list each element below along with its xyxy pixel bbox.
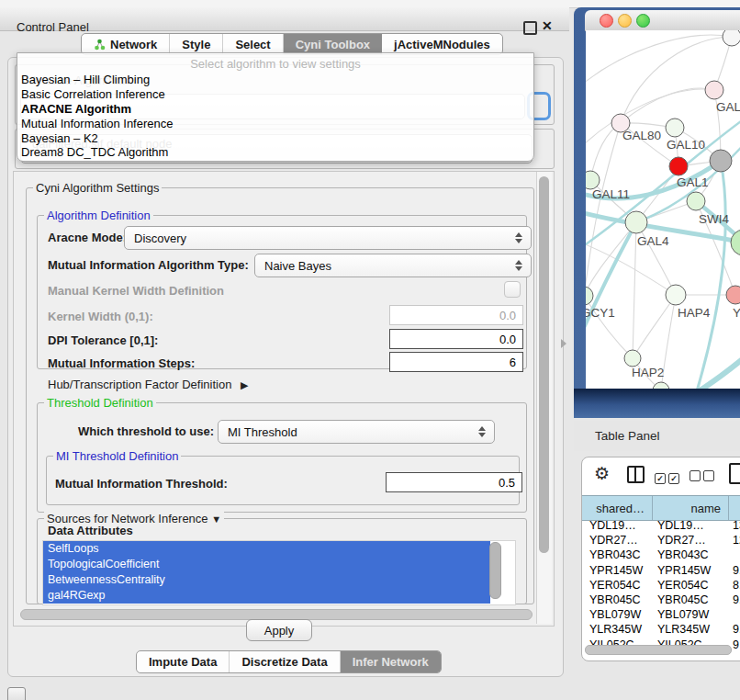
- minimize-traffic-light-icon[interactable]: [618, 14, 632, 28]
- bottom-tab-impute-data[interactable]: Impute Data: [137, 651, 230, 672]
- network-node-gal1[interactable]: [669, 157, 688, 175]
- table-row[interactable]: YER054CYER054C8.: [582, 579, 740, 593]
- node-table: ⚙ ✓✓ shared…name YDL19…YDL19…13YDR27…YDR…: [581, 457, 740, 661]
- network-node-hap4[interactable]: [666, 285, 686, 305]
- deselect-all-icon[interactable]: [690, 469, 717, 485]
- splitter-handle-icon[interactable]: [561, 339, 566, 348]
- algorithm-option[interactable]: ARACNE Algorithm: [20, 102, 526, 117]
- network-node-topright[interactable]: [723, 30, 740, 46]
- algorithm-option[interactable]: Basic Correlation Inference: [20, 87, 526, 102]
- tab-style[interactable]: Style: [170, 34, 223, 54]
- network-icon: [94, 39, 106, 51]
- select-all-icon[interactable]: ✓✓: [655, 469, 682, 485]
- table-row[interactable]: YPR145WYPR145W9.: [582, 564, 740, 579]
- tab-label: Discretize Data: [241, 655, 327, 669]
- mi-threshold-label: Mutual Information Threshold:: [55, 477, 228, 491]
- table-cell: 9.: [733, 623, 740, 636]
- data-attribute-item[interactable]: BetweennessCentrality: [43, 572, 490, 588]
- tab-label: Style: [182, 38, 210, 51]
- dpi-tolerance-field[interactable]: 0.0: [389, 329, 523, 349]
- tab-network[interactable]: Network: [82, 34, 170, 54]
- algorithm-option[interactable]: Bayesian – Hill Climbing: [20, 73, 526, 87]
- network-node-bottom[interactable]: [653, 382, 669, 389]
- tab-jactivemnodules[interactable]: jActiveMNodules: [382, 34, 502, 54]
- column-header-shared[interactable]: shared…: [582, 496, 653, 520]
- zoom-traffic-light-icon[interactable]: [636, 14, 650, 28]
- columns-icon[interactable]: [627, 466, 645, 483]
- algorithm-popup-list: Bayesian – Hill ClimbingBasic Correlatio…: [17, 73, 533, 160]
- settings-scrollbar-thumb[interactable]: [539, 176, 549, 553]
- stepper-icon: [478, 426, 486, 437]
- table-row[interactable]: YLR345WYLR345W9.: [582, 623, 740, 638]
- column-header-clipped[interactable]: [729, 496, 740, 520]
- table-row[interactable]: YBR045CYBR045C9.: [582, 593, 740, 608]
- bottom-tabbar: Impute DataDiscretize DataInfer Network: [136, 650, 442, 673]
- network-node-gal10[interactable]: [666, 119, 684, 137]
- table-row[interactable]: YBL079WYBL079W: [582, 608, 740, 623]
- algorithm-option[interactable]: Bayesian – K2: [20, 131, 526, 146]
- close-traffic-light-icon[interactable]: [600, 14, 613, 28]
- aracne-mode-combo[interactable]: Discovery: [124, 226, 532, 250]
- network-node-swi4[interactable]: [687, 192, 705, 210]
- manual-kernel-width-checkbox[interactable]: [504, 281, 521, 298]
- network-node-salmon[interactable]: [726, 286, 740, 304]
- table-row[interactable]: YDL19…YDL19…13: [582, 519, 740, 534]
- table-row[interactable]: YDR27…YDR27…12: [582, 534, 740, 548]
- table-hscrollbar-thumb[interactable]: [585, 645, 732, 655]
- network-node-gal11[interactable]: [586, 171, 600, 189]
- threshold-definition-title: Threshold Definition: [44, 396, 156, 410]
- aracne-mode-value: Discovery: [134, 231, 186, 245]
- close-icon[interactable]: ✕: [542, 18, 553, 33]
- bottom-tab-infer-network[interactable]: Infer Network: [341, 651, 441, 672]
- bottom-tab-discretize-data[interactable]: Discretize Data: [230, 651, 340, 672]
- tab-select[interactable]: Select: [223, 34, 283, 54]
- hub-definition-disclosure[interactable]: Hub/Transcription Factor Definition ▶: [48, 378, 248, 391]
- data-attribute-item[interactable]: TopologicalCoefficient: [43, 557, 490, 572]
- column-header-name[interactable]: name: [653, 496, 729, 520]
- network-window-titlebar: [585, 10, 740, 31]
- mi-steps-label: Mutual Information Steps:: [48, 356, 195, 370]
- tab-label: Cyni Toolbox: [296, 38, 370, 51]
- gear-icon[interactable]: ⚙: [594, 463, 610, 484]
- dpi-tolerance-label: DPI Tolerance [0,1]:: [48, 333, 158, 347]
- network-canvas[interactable]: GALGAL80GAL10GAL1SWI4GAL11GAL4GCY1HAP4YH…: [586, 30, 740, 389]
- apply-button[interactable]: Apply: [246, 619, 312, 641]
- kernel-width-field[interactable]: 0.0: [389, 305, 523, 325]
- network-node-hap2[interactable]: [624, 350, 641, 367]
- minimized-panel-icon[interactable]: [7, 687, 26, 700]
- table-cell: 9: [733, 638, 739, 651]
- mi-algorithm-type-label: Mutual Information Algorithm Type:: [48, 258, 249, 272]
- algorithm-option[interactable]: Dream8 DC_TDC Algorithm: [20, 145, 526, 160]
- data-attribute-item[interactable]: SelfLoops: [43, 541, 490, 557]
- mi-algorithm-type-combo[interactable]: Naive Bayes: [254, 254, 532, 277]
- table-cell: YLR345W: [589, 623, 642, 636]
- network-node-gray[interactable]: [710, 150, 732, 172]
- file-icon[interactable]: [729, 463, 740, 484]
- table-header-row: shared…name: [582, 495, 740, 521]
- network-node-label: HAP4: [678, 306, 711, 320]
- mi-threshold-field[interactable]: 0.5: [386, 472, 522, 492]
- network-node-label: GAL4: [637, 234, 669, 248]
- table-cell: 12: [733, 534, 740, 547]
- data-attribute-item[interactable]: gal4RGexp: [43, 588, 490, 604]
- attributes-scrollbar-thumb[interactable]: [489, 542, 501, 599]
- float-window-icon[interactable]: [523, 21, 537, 35]
- kernel-width-label: Kernel Width (0,1):: [48, 310, 153, 323]
- table-cell: YBL079W: [589, 608, 641, 621]
- table-cell: YBR043C: [657, 548, 709, 561]
- network-node-gcy1[interactable]: [586, 287, 593, 305]
- network-node-gal4[interactable]: [625, 211, 647, 233]
- table-row[interactable]: YBR043CYBR043C: [582, 548, 740, 563]
- mi-steps-field[interactable]: 6: [389, 352, 523, 372]
- table-cell: YDL19…: [589, 519, 636, 532]
- algorithm-popup-placeholder: Select algorithm to view settings: [17, 57, 533, 71]
- table-panel-title: Table Panel: [595, 429, 660, 443]
- table-cell: YPR145W: [657, 564, 711, 577]
- algorithm-option[interactable]: Mutual Information Inference: [20, 117, 526, 131]
- tab-cyni-toolbox[interactable]: Cyni Toolbox: [284, 34, 382, 54]
- network-node-label: SWI4: [699, 212, 729, 226]
- network-node-gal-top[interactable]: [705, 81, 723, 99]
- which-threshold-combo[interactable]: MI Threshold: [218, 420, 495, 444]
- data-attributes-list: SelfLoopsTopologicalCoefficientBetweenne…: [42, 540, 516, 605]
- table-cell: 9.: [733, 564, 740, 577]
